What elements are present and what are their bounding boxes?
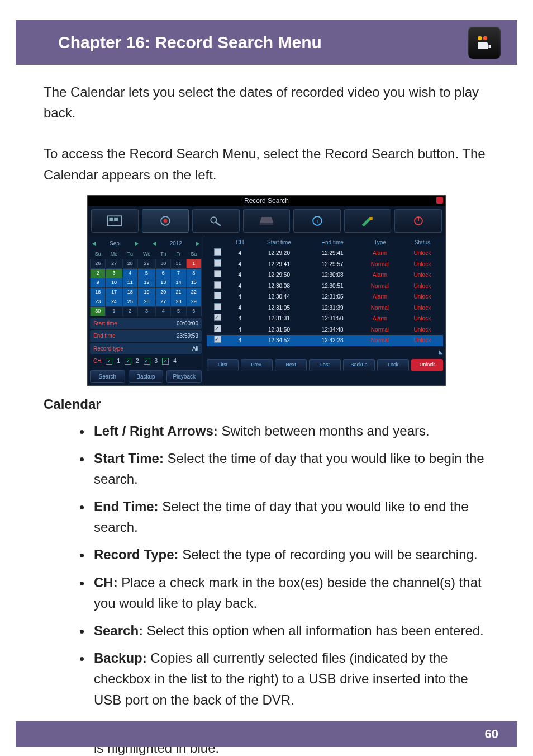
channel-row: CH ✓1✓2✓3✓4 bbox=[90, 356, 202, 367]
start-time-field[interactable]: Start time 00:00:00 bbox=[90, 318, 202, 329]
feature-item: Record Type: Select the type of recordin… bbox=[92, 544, 489, 565]
record-type-field[interactable]: Record type All bbox=[90, 343, 202, 355]
pager-first[interactable]: First bbox=[207, 359, 239, 371]
month-next-icon[interactable] bbox=[135, 242, 139, 246]
svg-point-8 bbox=[163, 219, 167, 223]
calendar-year: 2012 bbox=[170, 239, 182, 248]
row-checkbox[interactable] bbox=[214, 336, 221, 343]
tab-power-icon[interactable] bbox=[394, 209, 442, 233]
pager-prev[interactable]: Prev. bbox=[241, 359, 273, 371]
pager-next[interactable]: Next bbox=[275, 359, 307, 371]
tab-drive-icon[interactable] bbox=[243, 209, 291, 233]
svg-point-0 bbox=[478, 36, 482, 41]
year-next-icon[interactable] bbox=[196, 242, 199, 246]
row-checkbox[interactable] bbox=[214, 270, 221, 277]
row-checkbox[interactable] bbox=[214, 314, 221, 321]
toolbar-tabs: i bbox=[88, 206, 445, 236]
calendar-grid[interactable]: SuMoTuWeThFrSa26272829303112345678910111… bbox=[90, 250, 202, 316]
result-table: CHStart timeEnd timeTypeStatus412:29:201… bbox=[207, 237, 443, 346]
channel-checkbox[interactable]: ✓ bbox=[106, 358, 112, 365]
tab-info-icon[interactable]: i bbox=[293, 209, 341, 233]
feature-item: End Time: Select the time of day that yo… bbox=[92, 496, 489, 537]
playback-button[interactable]: Playback bbox=[166, 370, 202, 384]
pager-last[interactable]: Last bbox=[309, 359, 341, 371]
svg-rect-3 bbox=[489, 45, 492, 48]
window-title: Record Search bbox=[244, 197, 289, 205]
pager-backup[interactable]: Backup bbox=[343, 359, 375, 371]
close-icon[interactable] bbox=[436, 197, 443, 204]
svg-rect-5 bbox=[110, 218, 113, 221]
chapter-title: Chapter 16: Record Search Menu bbox=[27, 30, 322, 56]
month-prev-icon[interactable] bbox=[92, 242, 96, 246]
svg-line-10 bbox=[216, 222, 221, 225]
pager-unlock[interactable]: Unlock bbox=[411, 359, 443, 371]
svg-point-1 bbox=[483, 36, 488, 41]
svg-rect-14 bbox=[370, 217, 373, 220]
chapter-header: Chapter 16: Record Search Menu bbox=[16, 20, 517, 65]
pager-lock[interactable]: Lock bbox=[377, 359, 409, 371]
svg-text:i: i bbox=[316, 218, 317, 224]
page-footer: 60 bbox=[16, 721, 517, 747]
backup-button[interactable]: Backup bbox=[129, 370, 164, 384]
page-number: 60 bbox=[485, 725, 498, 744]
window-titlebar: Record Search bbox=[88, 196, 445, 206]
intro-paragraph-1: The Calendar lets you select the dates o… bbox=[44, 82, 489, 123]
record-search-screenshot: Record Search i Sep. bbox=[87, 195, 446, 386]
search-button[interactable]: Search bbox=[90, 370, 125, 384]
result-panel: CHStart timeEnd timeTypeStatus412:29:201… bbox=[204, 236, 445, 386]
row-checkbox[interactable] bbox=[214, 292, 221, 299]
scroll-icon[interactable]: ◣ bbox=[207, 347, 443, 356]
svg-rect-11 bbox=[260, 223, 274, 225]
feature-item: Left / Right Arrows: Switch between mont… bbox=[92, 420, 489, 441]
tab-record-icon[interactable] bbox=[142, 209, 189, 233]
svg-rect-2 bbox=[478, 42, 488, 49]
feature-item: CH: Place a check mark in the box(es) be… bbox=[92, 572, 489, 613]
record-menu-icon bbox=[468, 26, 501, 59]
tab-tools-icon[interactable] bbox=[344, 209, 392, 233]
year-prev-icon[interactable] bbox=[153, 242, 156, 246]
end-time-field[interactable]: End time 23:59:59 bbox=[90, 330, 202, 342]
channel-checkbox[interactable]: ✓ bbox=[162, 358, 169, 365]
calendar-panel: Sep. 2012 SuMoTuWeThFrSa2627282930311234… bbox=[88, 236, 204, 386]
feature-item: Backup: Copies all currently selected fi… bbox=[92, 648, 489, 710]
channel-checkbox[interactable]: ✓ bbox=[144, 358, 150, 365]
row-checkbox[interactable] bbox=[214, 248, 221, 256]
feature-item: Start Time: Select the time of day that … bbox=[92, 448, 489, 489]
row-checkbox[interactable] bbox=[214, 281, 221, 289]
row-checkbox[interactable] bbox=[214, 325, 221, 332]
svg-point-9 bbox=[211, 217, 217, 223]
row-checkbox[interactable] bbox=[214, 303, 221, 310]
channel-checkbox[interactable]: ✓ bbox=[125, 358, 131, 365]
feature-list: Left / Right Arrows: Switch between mont… bbox=[44, 420, 489, 757]
tab-search-icon[interactable] bbox=[192, 209, 240, 233]
tab-display-icon[interactable] bbox=[91, 209, 139, 233]
calendar-month: Sep. bbox=[110, 239, 121, 248]
calendar-subheading: Calendar bbox=[44, 394, 489, 414]
feature-item: Search: Select this option when all info… bbox=[92, 620, 489, 641]
row-checkbox[interactable] bbox=[214, 259, 221, 267]
intro-paragraph-2: To access the Record Search Menu, select… bbox=[44, 143, 489, 185]
svg-rect-6 bbox=[114, 218, 118, 221]
